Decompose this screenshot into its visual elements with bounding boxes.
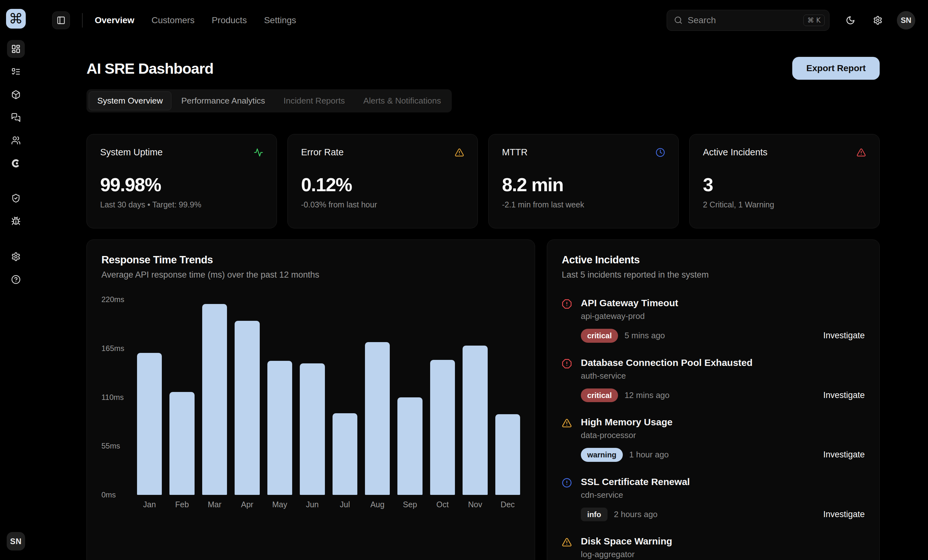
- incident-time: 12 mins ago: [624, 390, 670, 400]
- tab-incident-reports[interactable]: Incident Reports: [275, 91, 354, 110]
- sidebar-group-security: [7, 189, 25, 230]
- alert-octagon-icon: [562, 299, 573, 309]
- stat-label: MTTR: [502, 147, 528, 158]
- sidebar-item-debug[interactable]: [7, 212, 25, 230]
- app-logo-command-icon[interactable]: ⌘: [6, 9, 26, 29]
- stat-label: System Uptime: [100, 147, 163, 158]
- topbar-right: Search ⌘ K SN: [667, 10, 915, 31]
- severity-badge: warning: [581, 448, 623, 462]
- nav-customers[interactable]: Customers: [152, 15, 195, 25]
- stat-cards-row: System Uptime 99.98% Last 30 days • Targ…: [87, 134, 880, 228]
- bar-jun: [300, 364, 325, 495]
- tab-system-overview[interactable]: System Overview: [89, 91, 171, 110]
- incidents-list: API Gateway Timeoutapi-gateway-prodcriti…: [562, 298, 865, 560]
- incident-time: 2 hours ago: [614, 510, 658, 519]
- top-bar: Overview Customers Products Settings Sea…: [32, 0, 928, 40]
- nav-overview[interactable]: Overview: [95, 15, 134, 25]
- stat-label: Error Rate: [301, 147, 343, 158]
- users-icon: [11, 135, 21, 145]
- sidebar-item-security[interactable]: [7, 189, 25, 207]
- nav-settings[interactable]: Settings: [264, 15, 296, 25]
- investigate-button[interactable]: Investigate: [823, 331, 865, 341]
- incident-title: High Memory Usage: [581, 417, 865, 428]
- tab-performance-analytics[interactable]: Performance Analytics: [172, 91, 274, 110]
- sidebar-group-main: [7, 40, 25, 172]
- x-tick-label: Oct: [430, 500, 455, 509]
- sidebar-item-help[interactable]: [7, 271, 25, 288]
- incident-title: SSL Certificate Renewal: [581, 476, 865, 487]
- severity-badge: info: [581, 508, 607, 522]
- bar-chart: 220ms165ms110ms55ms0ms JanFebMarAprMayJu…: [101, 300, 520, 509]
- sidebar: ⌘: [0, 0, 32, 560]
- lower-row: Response Time Trends Average API respons…: [87, 239, 880, 560]
- x-tick-label: Jan: [137, 500, 162, 509]
- theme-toggle-button[interactable]: [841, 11, 860, 30]
- stat-value: 3: [703, 174, 866, 196]
- y-tick-label: 0ms: [101, 490, 116, 499]
- panel-left-icon: [56, 16, 66, 25]
- page-content: AI SRE Dashboard Export Report System Ov…: [32, 40, 928, 560]
- bug-icon: [11, 216, 21, 226]
- package-icon: [11, 90, 21, 99]
- incident-service: cdn-service: [581, 490, 865, 500]
- x-tick-label: Feb: [169, 500, 194, 509]
- stat-card-error-rate: Error Rate 0.12% -0.03% from last hour: [287, 134, 478, 228]
- x-tick-label: May: [267, 500, 292, 509]
- y-tick-label: 165ms: [101, 344, 124, 353]
- stat-card-active-incidents: Active Incidents 3 2 Critical, 1 Warning: [689, 134, 880, 228]
- investigate-button[interactable]: Investigate: [823, 510, 865, 519]
- bar-dec: [495, 414, 520, 495]
- incident-title: Disk Space Warning: [581, 536, 865, 547]
- y-tick-label: 220ms: [101, 295, 124, 304]
- header-divider: [82, 13, 82, 27]
- page-header: AI SRE Dashboard Export Report: [87, 57, 880, 80]
- y-tick-label: 55ms: [101, 441, 120, 450]
- incident-time: 1 hour ago: [629, 450, 669, 460]
- sidebar-item-c-app[interactable]: [7, 154, 25, 172]
- stat-subtext: -2.1 min from last week: [502, 200, 665, 209]
- sidebar-user-avatar[interactable]: SN: [7, 532, 25, 551]
- stat-card-uptime: System Uptime 99.98% Last 30 days • Targ…: [87, 134, 277, 228]
- active-incidents-card: Active Incidents Last 5 incidents report…: [547, 239, 880, 560]
- bar-feb: [169, 392, 194, 495]
- investigate-button[interactable]: Investigate: [823, 390, 865, 400]
- bar-jan: [137, 353, 162, 495]
- sidebar-item-products[interactable]: [7, 86, 25, 103]
- sidebar-item-tasks[interactable]: [7, 63, 25, 81]
- chart-subtitle: Average API response time (ms) over the …: [101, 270, 520, 280]
- sidebar-item-settings[interactable]: [7, 248, 25, 266]
- moon-icon: [846, 15, 855, 25]
- stat-subtext: -0.03% from last hour: [301, 200, 464, 209]
- messages-icon: [11, 113, 21, 122]
- stat-subtext: 2 Critical, 1 Warning: [703, 200, 866, 209]
- chart-y-axis: 220ms165ms110ms55ms0ms: [101, 300, 137, 495]
- sidebar-toggle-button[interactable]: [52, 11, 70, 29]
- sidebar-item-messages[interactable]: [7, 109, 25, 126]
- severity-badge: critical: [581, 388, 618, 402]
- chart-title: Response Time Trends: [101, 254, 520, 266]
- export-report-button[interactable]: Export Report: [792, 57, 880, 80]
- sidebar-item-dashboard[interactable]: [7, 40, 25, 58]
- bar-apr: [235, 321, 259, 495]
- page-title: AI SRE Dashboard: [87, 60, 213, 77]
- alert-triangle-icon: [856, 148, 866, 157]
- incident-item: API Gateway Timeoutapi-gateway-prodcriti…: [562, 298, 865, 343]
- tab-alerts-notifications[interactable]: Alerts & Notifications: [355, 91, 450, 110]
- sidebar-item-users[interactable]: [7, 131, 25, 149]
- search-input[interactable]: Search ⌘ K: [667, 10, 829, 31]
- incident-service: log-aggregator: [581, 549, 865, 559]
- stat-value: 99.98%: [100, 174, 263, 196]
- top-nav: Overview Customers Products Settings: [95, 15, 296, 26]
- response-time-chart-card: Response Time Trends Average API respons…: [87, 239, 535, 560]
- bar-jul: [333, 413, 357, 495]
- x-tick-label: Mar: [202, 500, 227, 509]
- investigate-button[interactable]: Investigate: [823, 450, 865, 460]
- layout-dashboard-icon: [11, 44, 21, 54]
- nav-products[interactable]: Products: [212, 15, 247, 25]
- settings-button[interactable]: [868, 11, 887, 30]
- user-avatar[interactable]: SN: [897, 11, 915, 29]
- incidents-subtitle: Last 5 incidents reported in the system: [562, 270, 865, 280]
- alert-triangle-icon: [562, 537, 573, 547]
- bar-aug: [365, 342, 390, 495]
- x-tick-label: Aug: [365, 500, 390, 509]
